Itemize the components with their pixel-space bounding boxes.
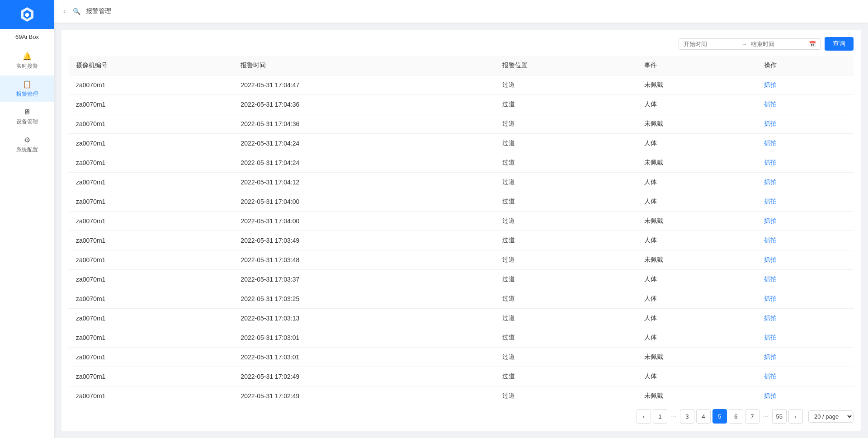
cell-event: 人体 [637,270,756,289]
cell-time: 2022-05-31 17:04:00 [233,212,495,231]
cell-action[interactable]: 抓拍 [757,348,854,367]
cell-time: 2022-05-31 17:04:12 [233,173,495,192]
cell-event: 人体 [637,289,756,309]
page-dots-left: ··· [669,409,678,424]
cell-action[interactable]: 抓拍 [757,192,854,212]
cell-time: 2022-05-31 17:02:49 [233,367,495,386]
date-range-picker[interactable]: → 📅 [679,38,821,50]
action-link[interactable]: 抓拍 [764,236,777,244]
cell-location: 过道 [495,289,637,309]
table-row: za0070m1 2022-05-31 17:02:49 过道 未佩戴 抓拍 [69,386,854,404]
page-btn-4[interactable]: 4 [696,409,711,424]
table-row: za0070m1 2022-05-31 17:04:24 过道 未佩戴 抓拍 [69,153,854,173]
action-link[interactable]: 抓拍 [764,275,777,283]
app-name: 69Ai Box [15,33,39,40]
page-btn-1[interactable]: 1 [653,409,667,424]
sidebar-item-alert-management[interactable]: 📋 报警管理 [0,75,54,102]
cell-location: 过道 [495,95,637,114]
cell-camera-id: za0070m1 [69,134,233,153]
cell-action[interactable]: 抓拍 [757,328,854,348]
action-link[interactable]: 抓拍 [764,159,777,166]
bell-icon: 🔔 [23,52,32,61]
sidebar-item-realtime-alert[interactable]: 🔔 实时接警 [0,47,54,74]
table-row: za0070m1 2022-05-31 17:03:13 过道 人体 抓拍 [69,309,854,328]
cell-action[interactable]: 抓拍 [757,153,854,173]
cell-action[interactable]: 抓拍 [757,134,854,153]
page-btn-55[interactable]: 55 [772,409,787,424]
table-row: za0070m1 2022-05-31 17:03:37 过道 人体 抓拍 [69,270,854,289]
page-dots-right: ··· [761,409,770,424]
cell-action[interactable]: 抓拍 [757,75,854,95]
action-link[interactable]: 抓拍 [764,178,777,185]
cell-camera-id: za0070m1 [69,367,233,386]
cell-location: 过道 [495,348,637,367]
cell-time: 2022-05-31 17:03:01 [233,328,495,348]
cell-action[interactable]: 抓拍 [757,250,854,270]
cell-event: 人体 [637,95,756,114]
table-row: za0070m1 2022-05-31 17:03:49 过道 人体 抓拍 [69,231,854,250]
cell-location: 过道 [495,114,637,134]
page-size-selector[interactable]: 20 / page 50 / page 100 / page [808,410,854,423]
calendar-icon: 📅 [809,41,816,47]
action-link[interactable]: 抓拍 [764,392,777,399]
next-page-button[interactable]: › [788,409,803,424]
cell-time: 2022-05-31 17:04:36 [233,114,495,134]
sidebar-item-label: 系统配置 [16,146,38,154]
cell-action[interactable]: 抓拍 [757,386,854,404]
cell-action[interactable]: 抓拍 [757,309,854,328]
action-link[interactable]: 抓拍 [764,217,777,224]
action-link[interactable]: 抓拍 [764,372,777,380]
end-time-input[interactable] [751,41,805,47]
action-link[interactable]: 抓拍 [764,314,777,321]
cell-time: 2022-05-31 17:02:49 [233,386,495,404]
cell-event: 人体 [637,367,756,386]
collapse-button[interactable]: ‹ [61,5,67,17]
cell-location: 过道 [495,75,637,95]
action-link[interactable]: 抓拍 [764,100,777,108]
monitor-icon: 🖥 [24,108,31,116]
prev-page-button[interactable]: ‹ [637,409,651,424]
col-alert-location: 报警位置 [495,56,637,75]
cell-action[interactable]: 抓拍 [757,212,854,231]
action-link[interactable]: 抓拍 [764,353,777,360]
cell-location: 过道 [495,212,637,231]
action-link[interactable]: 抓拍 [764,256,777,263]
table-row: za0070m1 2022-05-31 17:04:36 过道 人体 抓拍 [69,95,854,114]
action-link[interactable]: 抓拍 [764,295,777,302]
table-row: za0070m1 2022-05-31 17:04:36 过道 未佩戴 抓拍 [69,114,854,134]
cell-event: 人体 [637,231,756,250]
cell-time: 2022-05-31 17:03:37 [233,270,495,289]
query-button[interactable]: 查询 [825,37,854,51]
cell-camera-id: za0070m1 [69,173,233,192]
cell-action[interactable]: 抓拍 [757,367,854,386]
action-link[interactable]: 抓拍 [764,139,777,146]
cell-camera-id: za0070m1 [69,95,233,114]
page-btn-7[interactable]: 7 [745,409,760,424]
sidebar-item-label: 报警管理 [16,90,38,98]
page-btn-6[interactable]: 6 [729,409,743,424]
cell-location: 过道 [495,367,637,386]
page-btn-3[interactable]: 3 [680,409,694,424]
cell-action[interactable]: 抓拍 [757,95,854,114]
cell-action[interactable]: 抓拍 [757,173,854,192]
start-time-input[interactable] [684,41,738,47]
page-btn-5[interactable]: 5 [712,409,727,424]
pagination: ‹ 1 ··· 3 4 5 6 7 ··· 55 › 20 / page 50 … [69,404,854,424]
cell-camera-id: za0070m1 [69,289,233,309]
cell-camera-id: za0070m1 [69,328,233,348]
action-link[interactable]: 抓拍 [764,334,777,341]
action-link[interactable]: 抓拍 [764,81,777,88]
sidebar-item-device-management[interactable]: 🖥 设备管理 [0,104,54,129]
action-link[interactable]: 抓拍 [764,198,777,205]
cell-action[interactable]: 抓拍 [757,289,854,309]
sidebar-item-system-config[interactable]: ⚙ 系统配置 [0,131,54,157]
cell-action[interactable]: 抓拍 [757,270,854,289]
sidebar-nav: 🔔 实时接警 📋 报警管理 🖥 设备管理 ⚙ 系统配置 [0,47,54,157]
cell-action[interactable]: 抓拍 [757,231,854,250]
table-header-row: 摄像机编号 报警时间 报警位置 事件 操作 [69,56,854,75]
cell-action[interactable]: 抓拍 [757,114,854,134]
cell-camera-id: za0070m1 [69,309,233,328]
cell-location: 过道 [495,250,637,270]
cell-time: 2022-05-31 17:04:47 [233,75,495,95]
action-link[interactable]: 抓拍 [764,120,777,127]
